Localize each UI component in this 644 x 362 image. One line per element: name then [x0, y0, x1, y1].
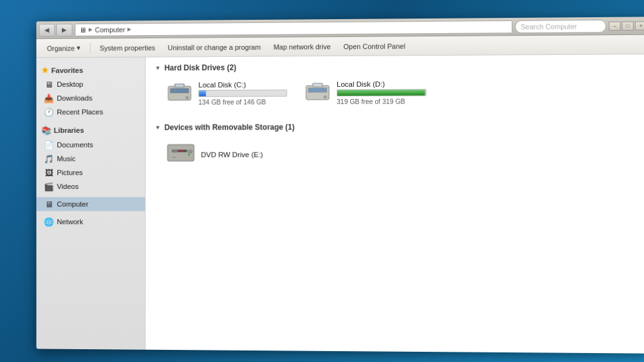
address-bar[interactable]: 🖥 ▶ Computer ▶ [75, 20, 512, 36]
map-network-button[interactable]: Map network drive [268, 40, 336, 54]
drive-d-item[interactable]: Local Disk (D:) 319 GB free of 319 GB [302, 77, 429, 110]
pictures-label: Pictures [57, 169, 83, 176]
svg-rect-5 [176, 85, 183, 87]
organize-label: Organize [47, 44, 74, 52]
music-icon: 🎵 [44, 154, 54, 164]
map-network-label: Map network drive [273, 43, 331, 51]
hard-disk-triangle: ▼ [155, 65, 161, 72]
drive-c-space: 134 GB free of 146 GB [199, 98, 288, 105]
network-section: 🌐 Network [36, 215, 145, 229]
libraries-header[interactable]: 📚 Libraries [36, 123, 145, 138]
videos-label: Videos [57, 183, 79, 190]
removable-triangle: ▼ [155, 124, 161, 131]
address-icon: 🖥 [79, 26, 86, 33]
downloads-icon: 📥 [44, 93, 54, 103]
svg-point-9 [324, 96, 326, 98]
search-placeholder: Search Computer [521, 22, 577, 31]
drive-c-progress-container [199, 89, 288, 97]
svg-rect-14 [172, 150, 178, 151]
drive-d-name: Local Disk (D:) [337, 80, 426, 88]
documents-icon: 📄 [44, 140, 54, 150]
window-controls: – □ × [609, 21, 644, 31]
removable-section-header: ▼ Devices with Removable Storage (1) [155, 122, 640, 132]
svg-rect-8 [309, 88, 326, 92]
system-properties-button[interactable]: System properties [94, 40, 161, 54]
favorites-label: Favorites [51, 66, 83, 74]
svg-point-19 [174, 156, 176, 158]
sidebar-item-desktop[interactable]: 🖥 Desktop [36, 77, 145, 92]
recent-places-icon: 🕐 [44, 107, 54, 117]
hard-disk-section-header: ▼ Hard Disk Drives (2) [155, 61, 640, 72]
address-path: Computer [95, 26, 125, 33]
libraries-icon: 📚 [42, 125, 52, 135]
back-button[interactable]: ◀ [39, 24, 55, 36]
nav-buttons: ◀ ▶ [39, 24, 73, 36]
dvd-drive-info: DVD RW Drive (E:) [201, 151, 263, 158]
svg-text:DVD: DVD [178, 149, 183, 152]
monitor-frame: ◀ ▶ 🖥 ▶ Computer ▶ Search Computer – □ ×… [36, 17, 644, 353]
drive-c-progress-fill [199, 91, 206, 96]
drive-c-info: Local Disk (C:) 134 GB free of 146 GB [199, 80, 288, 105]
desktop-icon: 🖥 [44, 79, 54, 89]
open-control-panel-button[interactable]: Open Control Panel [338, 39, 411, 54]
svg-point-3 [186, 96, 188, 99]
network-label: Network [57, 218, 83, 225]
explorer-window: ◀ ▶ 🖥 ▶ Computer ▶ Search Computer – □ ×… [36, 17, 644, 353]
star-icon: ★ [42, 66, 49, 75]
maximize-button[interactable]: □ [622, 21, 633, 30]
drive-d-progress-container [337, 89, 426, 96]
dvd-drive-item[interactable]: DVD DVD RW Drive (E:) [164, 137, 640, 170]
forward-button[interactable]: ▶ [56, 24, 72, 36]
sidebar-item-pictures[interactable]: 🖼 Pictures [36, 165, 145, 179]
favorites-section: ★ Favorites 🖥 Desktop 📥 Downloads 🕐 Rece… [36, 63, 145, 119]
content-area: ▼ Hard Disk Drives (2) [146, 54, 644, 354]
sidebar-item-videos[interactable]: 🎬 Videos [36, 179, 145, 193]
drive-d-icon [305, 80, 330, 107]
main-area: ★ Favorites 🖥 Desktop 📥 Downloads 🕐 Rece… [36, 54, 644, 354]
hard-disk-section-label: Hard Disk Drives (2) [164, 63, 236, 73]
sidebar-item-computer[interactable]: 🖥 Computer [36, 197, 145, 211]
dvd-drive-icon: DVD [167, 140, 194, 168]
svg-rect-11 [314, 84, 321, 86]
address-end-arrow: ▶ [128, 26, 132, 32]
open-control-panel-label: Open Control Panel [344, 42, 406, 50]
computer-label: Computer [57, 200, 88, 208]
computer-icon: 🖥 [44, 199, 54, 209]
drive-d-info: Local Disk (D:) 319 GB free of 319 GB [337, 80, 426, 105]
toolbar-separator-1 [89, 42, 90, 54]
sidebar-item-downloads[interactable]: 📥 Downloads [36, 91, 145, 105]
libraries-label: Libraries [54, 126, 84, 134]
close-button[interactable]: × [635, 21, 644, 30]
minimize-button[interactable]: – [609, 21, 620, 30]
drive-c-name: Local Disk (C:) [199, 80, 288, 89]
address-separator: ▶ [89, 27, 93, 33]
sidebar-item-recent-places[interactable]: 🕐 Recent Places [36, 105, 145, 119]
sidebar: ★ Favorites 🖥 Desktop 📥 Downloads 🕐 Rece… [36, 57, 146, 350]
desktop-label: Desktop [57, 80, 83, 88]
sidebar-item-network[interactable]: 🌐 Network [36, 215, 145, 229]
organize-dropdown-icon: ▾ [77, 44, 80, 52]
uninstall-button[interactable]: Uninstall or change a program [162, 40, 266, 54]
organize-button[interactable]: Organize ▾ [42, 41, 86, 55]
svg-rect-2 [171, 89, 188, 93]
sidebar-item-documents[interactable]: 📄 Documents [36, 138, 145, 152]
removable-section-label: Devices with Removable Storage (1) [164, 123, 295, 132]
favorites-header[interactable]: ★ Favorites [36, 63, 145, 78]
svg-rect-16 [188, 150, 192, 153]
videos-icon: 🎬 [44, 181, 54, 192]
music-label: Music [57, 155, 75, 163]
pictures-icon: 🖼 [44, 167, 54, 177]
drives-grid: Local Disk (C:) 134 GB free of 146 GB [164, 77, 640, 110]
network-icon: 🌐 [44, 216, 54, 227]
drive-c-item[interactable]: Local Disk (C:) 134 GB free of 146 GB [164, 78, 289, 110]
computer-section: 🖥 Computer [36, 197, 145, 211]
search-bar[interactable]: Search Computer [515, 19, 606, 33]
downloads-label: Downloads [57, 94, 93, 102]
system-properties-label: System properties [100, 43, 155, 51]
drive-d-progress-fill [337, 89, 425, 96]
svg-point-17 [188, 154, 190, 156]
dvd-drive-name: DVD RW Drive (E:) [201, 151, 263, 158]
sidebar-item-music[interactable]: 🎵 Music [36, 151, 145, 165]
drive-c-icon [167, 81, 192, 108]
libraries-section: 📚 Libraries 📄 Documents 🎵 Music 🖼 Pictur… [36, 123, 145, 193]
